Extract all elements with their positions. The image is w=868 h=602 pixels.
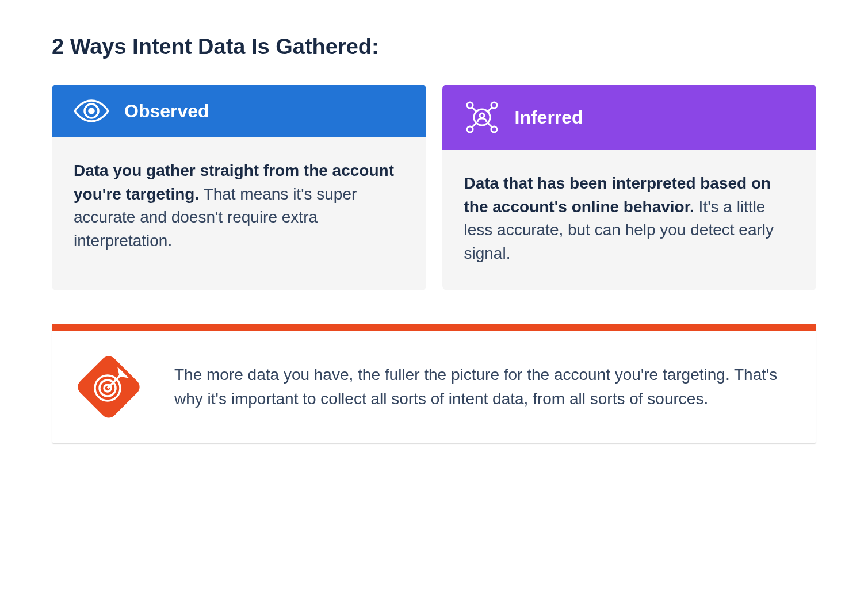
callout-card: The more data you have, the fuller the p… [52,324,816,444]
observed-card: Observed Data you gather straight from t… [52,85,426,290]
eye-icon [72,98,110,124]
svg-line-8 [472,107,476,112]
observed-card-title: Observed [124,101,209,122]
callout-text: The more data you have, the fuller the p… [174,363,785,411]
network-icon [463,98,501,136]
svg-line-9 [488,107,492,112]
inferred-card-header: Inferred [442,85,817,150]
cards-row: Observed Data you gather straight from t… [52,85,816,290]
inferred-card-body: Data that has been interpreted based on … [442,150,817,290]
inferred-card: Inferred Data that has been interpreted … [442,85,817,290]
observed-card-body: Data you gather straight from the accoun… [52,137,426,278]
svg-point-3 [480,113,484,118]
page-title: 2 Ways Intent Data Is Gathered: [52,34,816,59]
observed-card-header: Observed [52,85,426,137]
inferred-card-title: Inferred [515,107,583,128]
svg-point-1 [89,109,94,113]
target-icon [74,352,143,421]
svg-line-10 [472,123,476,128]
svg-line-11 [488,123,492,128]
